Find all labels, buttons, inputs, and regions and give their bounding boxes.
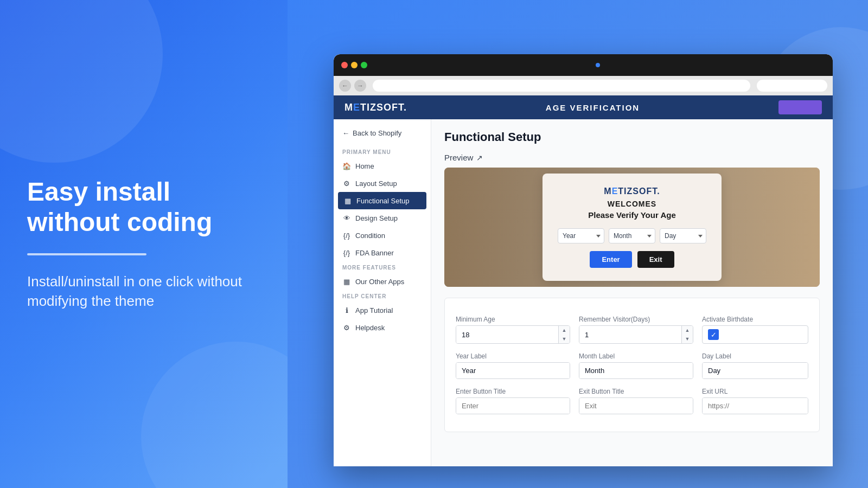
exit-url-input[interactable] bbox=[703, 398, 808, 414]
external-link-icon[interactable]: ↗ bbox=[476, 153, 483, 162]
url-bar[interactable] bbox=[373, 80, 750, 92]
min-age-up[interactable]: ▲ bbox=[559, 326, 570, 335]
sidebar-label-tutorial: App Tutorial bbox=[355, 306, 393, 314]
form-group-day-label: Day Label bbox=[702, 352, 808, 379]
layout-icon: ⚙ bbox=[342, 179, 351, 188]
sidebar-item-home[interactable]: 🏠 Home bbox=[334, 157, 431, 175]
sidebar-item-helpdesk[interactable]: ⚙ Helpdesk bbox=[334, 319, 431, 336]
sidebar-label-home: Home bbox=[355, 162, 374, 170]
preview-area: METIZSOFT. WELCOMES Please Verify Your A… bbox=[444, 168, 820, 287]
right-panel: ← → METIZSOFT. AGE VERIFICATION ← Back t… bbox=[288, 0, 868, 488]
dialog-logo: METIZSOFT. bbox=[558, 187, 706, 196]
sidebar-item-layout[interactable]: ⚙ Layout Setup bbox=[334, 175, 431, 192]
main-content: Functional Setup Preview ↗ METIZSOFT. WE… bbox=[431, 119, 833, 466]
min-age-input[interactable] bbox=[456, 326, 558, 343]
year-select[interactable]: Year bbox=[558, 228, 604, 243]
sidebar-label-functional: Functional Setup bbox=[356, 197, 410, 205]
enter-btn-input[interactable] bbox=[456, 398, 570, 414]
form-group-month-label: Month Label bbox=[579, 352, 693, 379]
sidebar-label-condition: Condition bbox=[355, 232, 385, 240]
info-icon: ℹ bbox=[342, 306, 351, 314]
age-verify-dialog: METIZSOFT. WELCOMES Please Verify Your A… bbox=[542, 174, 722, 281]
enter-button[interactable]: Enter bbox=[590, 251, 631, 268]
min-age-stepper: ▲ ▼ bbox=[558, 326, 570, 343]
helpdesk-icon: ⚙ bbox=[342, 323, 351, 332]
home-icon: 🏠 bbox=[342, 162, 351, 170]
more-features-label: MORE FEATURES bbox=[334, 261, 431, 273]
dialog-welcomes: WELCOMES bbox=[558, 200, 706, 208]
form-group-exit-url: Exit URL bbox=[702, 388, 808, 414]
remember-up[interactable]: ▲ bbox=[682, 326, 693, 335]
sidebar-item-design[interactable]: 👁 Design Setup bbox=[334, 209, 431, 227]
primary-menu-label: PRIMARY MENU bbox=[334, 146, 431, 157]
month-select[interactable]: Month bbox=[609, 228, 655, 243]
form-group-remember: Remember Visitor(Days) ▲ ▼ bbox=[579, 316, 693, 344]
browser-titlebar bbox=[334, 54, 833, 76]
exit-btn-label: Exit Button Title bbox=[579, 388, 693, 395]
dialog-buttons: Enter Exit bbox=[558, 251, 706, 268]
exit-url-label: Exit URL bbox=[702, 388, 808, 395]
min-age-down[interactable]: ▼ bbox=[559, 335, 570, 343]
back-label: Back to Shopify bbox=[353, 129, 401, 137]
back-to-shopify[interactable]: ← Back to Shopify bbox=[334, 125, 431, 142]
sidebar-label-helpdesk: Helpdesk bbox=[355, 324, 385, 332]
year-label-input[interactable] bbox=[456, 363, 570, 378]
sidebar: ← Back to Shopify PRIMARY MENU 🏠 Home ⚙ … bbox=[334, 119, 431, 466]
form-group-year-label: Year Label bbox=[456, 352, 570, 379]
activate-checkbox-wrapper[interactable]: ✓ bbox=[702, 325, 808, 344]
forward-button[interactable]: → bbox=[354, 80, 366, 92]
day-label-label: Day Label bbox=[702, 352, 808, 360]
sidebar-item-other-apps[interactable]: ▦ Our Other Apps bbox=[334, 273, 431, 290]
main-heading: Easy install without coding bbox=[27, 177, 260, 236]
sidebar-item-tutorial[interactable]: ℹ App Tutorial bbox=[334, 301, 431, 319]
close-dot[interactable] bbox=[341, 62, 348, 68]
form-group-enter-btn: Enter Button Title bbox=[456, 388, 570, 414]
sidebar-label-fda: FDA Banner bbox=[355, 249, 394, 257]
fda-icon: {/} bbox=[342, 248, 351, 257]
design-icon: 👁 bbox=[342, 214, 351, 222]
app-layout: ← Back to Shopify PRIMARY MENU 🏠 Home ⚙ … bbox=[334, 119, 833, 466]
year-label-label: Year Label bbox=[456, 352, 570, 360]
activate-checkbox[interactable]: ✓ bbox=[708, 329, 719, 340]
browser-indicator bbox=[596, 63, 600, 67]
app-logo: METIZSOFT. bbox=[344, 102, 407, 113]
divider bbox=[27, 253, 146, 255]
remember-input[interactable] bbox=[579, 326, 681, 343]
browser-toolbar: ← → bbox=[334, 76, 833, 95]
month-label-label: Month Label bbox=[579, 352, 693, 360]
other-apps-icon: ▦ bbox=[342, 277, 351, 286]
exit-button[interactable]: Exit bbox=[637, 251, 674, 268]
form-group-min-age: Minimum Age ▲ ▼ bbox=[456, 316, 570, 344]
remember-stepper: ▲ ▼ bbox=[681, 326, 693, 343]
remember-label: Remember Visitor(Days) bbox=[579, 316, 693, 323]
browser-window: ← → METIZSOFT. AGE VERIFICATION ← Back t… bbox=[334, 54, 833, 466]
back-button[interactable]: ← bbox=[339, 80, 351, 92]
sub-heading: Install/uninstall in one click without m… bbox=[27, 272, 260, 311]
dialog-selects: Year Month Day bbox=[558, 228, 706, 243]
sidebar-item-functional[interactable]: ▦ Functional Setup bbox=[338, 192, 426, 209]
back-arrow-icon: ← bbox=[342, 129, 349, 137]
preview-header: Preview ↗ bbox=[444, 153, 820, 162]
sidebar-label-design: Design Setup bbox=[355, 214, 398, 222]
app-title: AGE VERIFICATION bbox=[407, 103, 778, 112]
day-select[interactable]: Day bbox=[660, 228, 706, 243]
page-title: Functional Setup bbox=[444, 130, 820, 144]
form-grid: Minimum Age ▲ ▼ Remember Visit bbox=[456, 307, 808, 423]
month-label-input[interactable] bbox=[579, 363, 693, 378]
help-center-label: HELP CENTER bbox=[334, 290, 431, 301]
app-header-action[interactable] bbox=[778, 100, 822, 114]
search-box[interactable] bbox=[757, 80, 827, 92]
exit-btn-input[interactable] bbox=[579, 398, 693, 414]
remember-down[interactable]: ▼ bbox=[682, 335, 693, 343]
sidebar-label-layout: Layout Setup bbox=[355, 179, 397, 188]
minimize-dot[interactable] bbox=[351, 62, 358, 68]
left-panel: Easy install without coding Install/unin… bbox=[0, 0, 288, 488]
maximize-dot[interactable] bbox=[361, 62, 367, 68]
sidebar-item-fda[interactable]: {/} FDA Banner bbox=[334, 244, 431, 261]
sidebar-label-other-apps: Our Other Apps bbox=[355, 278, 404, 286]
sidebar-item-condition[interactable]: {/} Condition bbox=[334, 227, 431, 244]
activate-label: Activate Birthdate bbox=[702, 316, 808, 323]
min-age-label: Minimum Age bbox=[456, 316, 570, 323]
day-label-input[interactable] bbox=[703, 363, 808, 378]
functional-icon: ▦ bbox=[343, 196, 352, 205]
